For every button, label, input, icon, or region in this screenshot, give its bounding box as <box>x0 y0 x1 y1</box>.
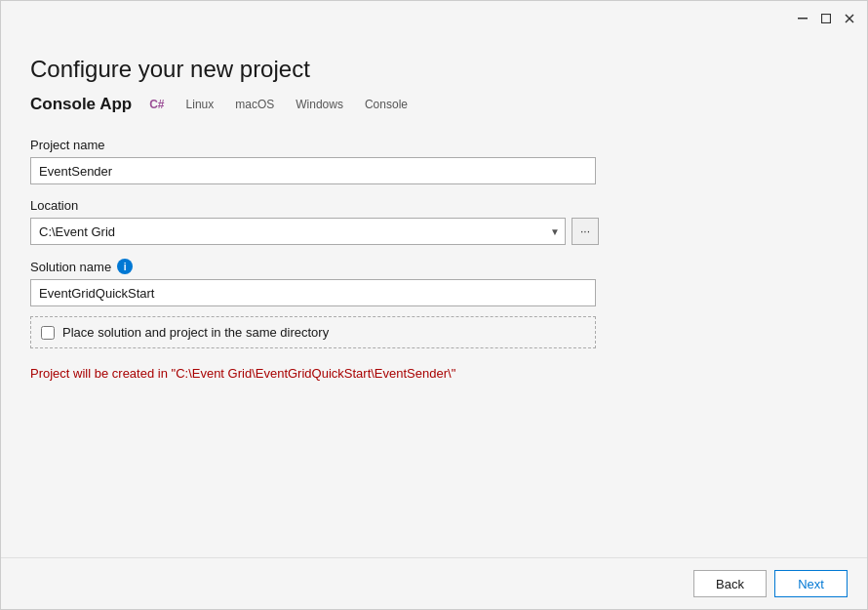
solution-name-label: Solution name <box>30 260 111 274</box>
location-select[interactable]: C:\Event Grid <box>30 218 566 245</box>
svg-rect-0 <box>798 18 808 20</box>
app-info-row: Console App C# Linux macOS Windows Conso… <box>30 95 838 114</box>
close-button[interactable] <box>842 11 857 26</box>
page-title: Configure your new project <box>30 56 838 83</box>
tag-macos: macOS <box>231 97 278 112</box>
same-directory-label[interactable]: Place solution and project in the same d… <box>62 325 329 340</box>
title-bar-controls <box>795 11 857 26</box>
tag-console: Console <box>361 97 412 112</box>
maximize-button[interactable] <box>818 11 834 26</box>
footer: Back Next <box>1 557 867 609</box>
browse-button[interactable]: ··· <box>572 218 599 245</box>
next-button[interactable]: Next <box>774 570 848 597</box>
location-select-wrapper: C:\Event Grid ▼ <box>30 218 566 245</box>
minimize-button[interactable] <box>795 11 810 26</box>
svg-rect-1 <box>822 15 831 23</box>
tag-linux: Linux <box>182 97 218 112</box>
location-label: Location <box>30 198 838 213</box>
main-content: Configure your new project Console App C… <box>1 36 867 557</box>
project-name-label: Project name <box>30 138 838 152</box>
form-section: Project name Location C:\Event Grid ▼ ··… <box>30 138 838 381</box>
configure-project-window: Configure your new project Console App C… <box>0 0 868 610</box>
solution-name-label-row: Solution name i <box>30 259 838 274</box>
same-directory-checkbox[interactable] <box>41 326 55 340</box>
same-directory-row: Place solution and project in the same d… <box>30 316 596 348</box>
app-name: Console App <box>30 95 132 114</box>
tag-csharp: C# <box>145 97 168 112</box>
project-name-input[interactable] <box>30 157 596 184</box>
back-button[interactable]: Back <box>693 570 767 597</box>
location-row: C:\Event Grid ▼ ··· <box>30 218 838 245</box>
info-icon: i <box>117 259 133 274</box>
title-bar <box>1 1 867 36</box>
tag-windows: Windows <box>292 97 347 112</box>
solution-name-input[interactable] <box>30 279 596 306</box>
project-path-text: Project will be created in "C:\Event Gri… <box>30 366 838 381</box>
